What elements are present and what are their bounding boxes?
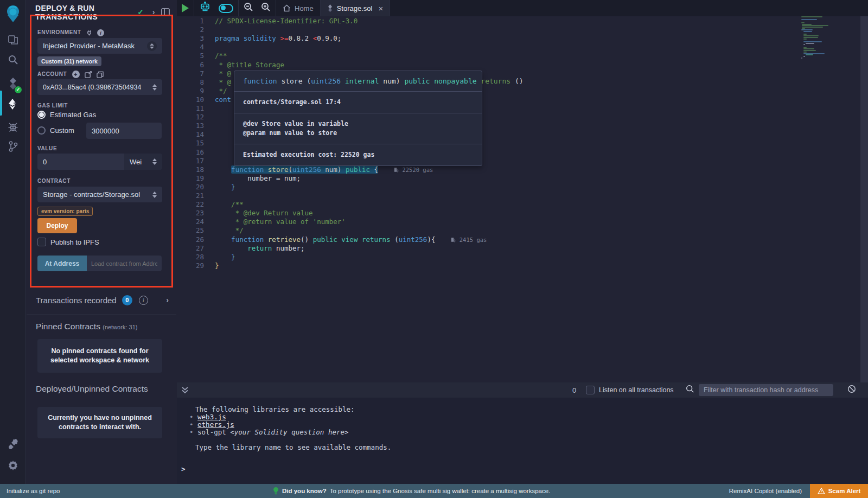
- account-select[interactable]: 0xA03...85ac4 (0.398673504934: [37, 79, 162, 95]
- minimap-line: [801, 22, 805, 23]
- line-number: 23: [177, 209, 204, 218]
- copilot-toggle[interactable]: [219, 4, 233, 13]
- publish-ipfs-row[interactable]: Publish to IPFS: [37, 238, 99, 246]
- code-editor[interactable]: 1// SPDX-License-Identifier: GPL-3.023pr…: [177, 16, 868, 382]
- code-line-21[interactable]: 21: [177, 191, 868, 200]
- edit-account-icon[interactable]: [85, 71, 92, 78]
- transactions-recorded-row[interactable]: Transactions recorded 0 i ›: [36, 293, 169, 307]
- code-line-1[interactable]: 1// SPDX-License-Identifier: GPL-3.0: [177, 17, 868, 25]
- copy-account-icon[interactable]: [97, 71, 104, 78]
- terminal-search-icon[interactable]: [686, 385, 694, 395]
- minimap-line: [802, 25, 828, 26]
- line-number: 26: [177, 235, 204, 244]
- value-input[interactable]: 0: [37, 154, 124, 170]
- code-line-25[interactable]: 25 */: [177, 226, 868, 235]
- minimap-line: [801, 58, 802, 59]
- terminal-prompt[interactable]: >: [181, 465, 186, 473]
- git-init-status[interactable]: Initialize as git repo: [7, 488, 60, 494]
- remix-logo-icon[interactable]: [0, 3, 26, 24]
- terminal-clear-icon[interactable]: [847, 385, 856, 395]
- minimap-line: [803, 47, 807, 48]
- tab-storage-sol[interactable]: Storage.sol ×: [321, 0, 391, 16]
- publish-ipfs-checkbox[interactable]: [37, 238, 46, 246]
- close-tab-icon[interactable]: ×: [378, 4, 383, 13]
- code-line-3[interactable]: 3pragma solidity >=0.8.2 <0.9.0;: [177, 34, 868, 43]
- code-line-6[interactable]: 6 * @title Storage: [177, 61, 868, 69]
- plug-icon[interactable]: [86, 30, 92, 36]
- code-line-29[interactable]: 29}: [177, 261, 868, 270]
- run-script-icon[interactable]: [182, 4, 189, 12]
- minimap-line: [803, 31, 812, 32]
- ai-copilot-robot-icon[interactable]: [199, 2, 211, 15]
- zoom-out-icon[interactable]: [244, 2, 253, 14]
- zoom-in-icon[interactable]: [261, 2, 271, 14]
- contract-select[interactable]: Storage - contracts/Storage.sol: [37, 187, 162, 202]
- estimated-gas-radio[interactable]: Estimated Gas: [37, 111, 96, 119]
- editor-scrollbar[interactable]: [860, 16, 868, 382]
- code-line-26[interactable]: 26 function retrieve() public view retur…: [177, 235, 868, 244]
- code-line-22[interactable]: 22 /**: [177, 200, 868, 209]
- line-number: 14: [177, 130, 204, 139]
- terminal-output[interactable]: The following libraries are accessible: …: [177, 398, 868, 484]
- code-line-2[interactable]: 2: [177, 25, 868, 34]
- network-badge: Custom (31) network: [37, 56, 101, 66]
- tab-home[interactable]: Home: [276, 0, 321, 16]
- file-explorer-icon[interactable]: [0, 30, 26, 50]
- tooltip-signature: function store (uint256 internal num) pu…: [234, 71, 482, 91]
- line-number: 13: [177, 122, 204, 130]
- web3js-link[interactable]: web3.js: [197, 413, 226, 421]
- evm-version-badge: evm version: paris: [37, 207, 93, 216]
- ethersjs-link[interactable]: ethers.js: [197, 420, 234, 429]
- at-address-input[interactable]: [87, 256, 162, 271]
- custom-gas-input[interactable]: 3000000: [86, 123, 162, 139]
- minimap-line: [803, 37, 818, 38]
- deploy-run-panel: DEPLOY & RUN TRANSACTIONS ✓ › ENVIRONMEN…: [27, 0, 176, 484]
- editor-region: Home Storage.sol × 1// SPDX-License-Iden…: [177, 0, 868, 484]
- code-line-24[interactable]: 24 * @return value of 'number': [177, 218, 868, 226]
- line-number: 1: [177, 17, 204, 25]
- terminal-filter-input[interactable]: [699, 384, 833, 396]
- code-line-23[interactable]: 23 * @dev Return value: [177, 209, 868, 218]
- code-line-28[interactable]: 28 }: [177, 253, 868, 261]
- line-number: 24: [177, 218, 204, 226]
- panel-expand-icon[interactable]: ›: [148, 7, 159, 17]
- debugger-icon[interactable]: [0, 117, 26, 137]
- plugin-manager-icon[interactable]: [0, 434, 26, 454]
- value-unit-select[interactable]: Wei: [124, 154, 162, 170]
- zoom-segment: [239, 0, 276, 16]
- deploy-button[interactable]: Deploy: [37, 218, 77, 233]
- copilot-status[interactable]: RemixAI Copilot (enabled): [729, 488, 802, 494]
- minimap[interactable]: [801, 16, 839, 65]
- terminal-collapse-icon[interactable]: [181, 386, 189, 397]
- pinned-contracts-empty: No pinned contracts found forselected wo…: [37, 339, 162, 373]
- environment-select[interactable]: Injected Provider - MetaMask: [37, 38, 162, 54]
- add-account-icon[interactable]: +: [72, 71, 80, 78]
- line-number: 11: [177, 104, 204, 113]
- minimap-line: [803, 34, 807, 35]
- contract-label: CONTRACT: [37, 178, 71, 184]
- code-line-4[interactable]: 4: [177, 43, 868, 52]
- git-icon[interactable]: [0, 137, 26, 156]
- line-number: 3: [177, 34, 204, 43]
- panel-pin-icon[interactable]: [160, 7, 171, 17]
- did-you-know: Did you know? To prototype using the Gno…: [273, 487, 550, 495]
- search-icon[interactable]: [0, 50, 26, 69]
- scam-alert-button[interactable]: Scam Alert: [810, 484, 868, 498]
- transactions-info-icon[interactable]: i: [139, 296, 148, 305]
- code-line-18[interactable]: 18 function store(uint256 num) public { …: [177, 165, 868, 174]
- code-line-20[interactable]: 20 }: [177, 183, 868, 191]
- tab-bar: Home Storage.sol ×: [177, 0, 868, 16]
- environment-info-icon[interactable]: i: [97, 29, 104, 36]
- deploy-and-run-icon[interactable]: [0, 94, 26, 114]
- code-line-5[interactable]: 5/**: [177, 52, 868, 60]
- custom-gas-radio[interactable]: Custom: [37, 126, 74, 135]
- code-line-27[interactable]: 27 return number;: [177, 244, 868, 253]
- listen-all-checkbox[interactable]: [586, 386, 595, 394]
- solidity-compiler-icon[interactable]: ✓: [0, 74, 26, 93]
- listen-all-row[interactable]: Listen on all transactions: [586, 386, 674, 394]
- settings-gear-icon[interactable]: [0, 456, 26, 475]
- code-line-19[interactable]: 19 number = num;: [177, 174, 868, 183]
- transactions-expand-icon[interactable]: ›: [166, 296, 169, 304]
- at-address-button[interactable]: At Address: [37, 256, 87, 271]
- terminal-lib-ethers: • ethers.js: [189, 420, 234, 429]
